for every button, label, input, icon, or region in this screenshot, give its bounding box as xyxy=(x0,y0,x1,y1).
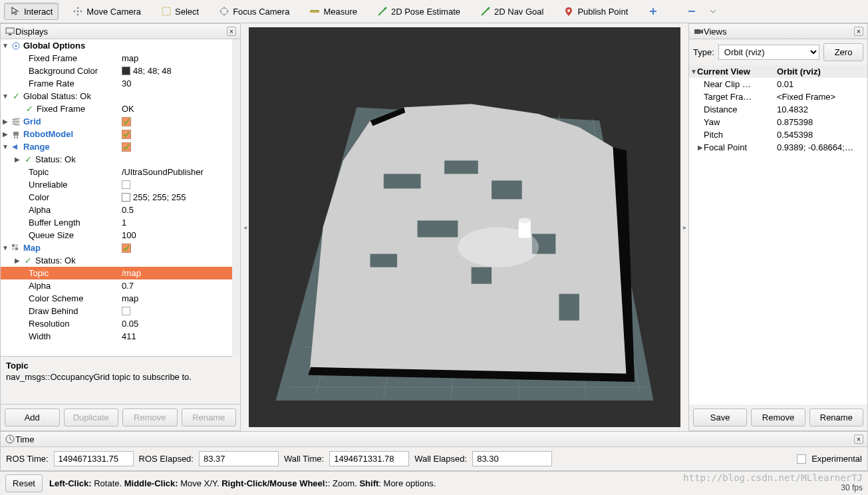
views-pitch[interactable]: Pitch 0.545398 xyxy=(689,128,867,141)
zero-button[interactable]: Zero xyxy=(823,43,863,61)
tree-row-global-status[interactable]: ▼✓Global Status: Ok xyxy=(1,90,232,102)
focus-camera-label: Focus Camera xyxy=(233,7,289,17)
minus-button[interactable] xyxy=(680,3,703,20)
unreliable-checkbox[interactable] xyxy=(122,180,130,189)
tree-row-bg-color[interactable]: ▶Background Color 48; 48; 48 xyxy=(1,65,232,77)
wall-time-field[interactable] xyxy=(329,451,409,466)
left-collapse-handle[interactable]: ◂ xyxy=(241,23,249,431)
views-rename-button[interactable]: Rename xyxy=(809,409,863,426)
map-enabled-checkbox[interactable] xyxy=(122,244,131,253)
wall-elapsed-field[interactable] xyxy=(472,451,552,466)
robotmodel-enabled-checkbox[interactable] xyxy=(122,130,131,139)
tree-row-robotmodel[interactable]: ▶RobotModel xyxy=(1,128,232,140)
grid-icon xyxy=(11,116,21,127)
ros-time-label: ROS Time: xyxy=(6,454,49,464)
tree-row-range-alpha[interactable]: ▶Alpha 0.5 xyxy=(1,204,232,216)
tree-row-range-color[interactable]: ▶Color 255; 255; 255 xyxy=(1,191,232,204)
nav-goal-button[interactable]: 2D Nav Goal xyxy=(474,3,549,20)
views-close-button[interactable]: × xyxy=(854,27,863,36)
views-remove-button[interactable]: Remove xyxy=(751,409,805,426)
tree-row-map-alpha[interactable]: ▶Alpha 0.7 xyxy=(1,279,232,292)
plus-button[interactable] xyxy=(642,3,664,20)
displays-close-button[interactable]: × xyxy=(227,27,236,36)
views-yaw[interactable]: Yaw 0.875398 xyxy=(689,116,867,128)
tree-row-range[interactable]: ▼Range xyxy=(1,140,232,153)
tree-row-range-status[interactable]: ▶✓Status: Ok xyxy=(1,153,232,166)
right-collapse-handle[interactable]: ▸ xyxy=(680,23,688,431)
range-color-swatch xyxy=(122,193,130,202)
check-icon: ✓ xyxy=(24,104,35,114)
svg-rect-12 xyxy=(12,244,15,247)
tree-row-range-topic[interactable]: ▶Topic /UltraSoundPublisher xyxy=(1,166,232,178)
camera-icon xyxy=(693,26,704,37)
tree-row-map-topic[interactable]: ▶Topic /map xyxy=(1,267,232,279)
measure-button[interactable]: Measure xyxy=(303,3,363,20)
tree-row-range-buffer[interactable]: ▶Buffer Length 1 xyxy=(1,216,232,229)
tree-row-frame-rate[interactable]: ▶Frame Rate 30 xyxy=(1,77,232,90)
focus-camera-icon xyxy=(219,6,229,17)
views-target-frame[interactable]: Target Fra… <Fixed Frame> xyxy=(689,90,867,103)
interact-label: Interact xyxy=(24,7,53,17)
ros-time-field[interactable] xyxy=(54,451,134,466)
tree-row-fixed-frame[interactable]: ▶Fixed Frame map xyxy=(1,52,232,65)
tree-row-map[interactable]: ▼Map xyxy=(1,242,232,254)
rename-button[interactable]: Rename xyxy=(182,409,237,426)
svg-rect-38 xyxy=(472,267,492,284)
remove-button[interactable]: Remove xyxy=(122,409,178,426)
grid-enabled-checkbox[interactable] xyxy=(122,117,131,126)
tree-row-map-colorscheme[interactable]: ▶Color Scheme map xyxy=(1,292,232,305)
focus-camera-button[interactable]: Focus Camera xyxy=(213,3,295,20)
drawbehind-checkbox[interactable] xyxy=(122,307,130,315)
experimental-checkbox[interactable] xyxy=(797,454,806,464)
svg-rect-9 xyxy=(13,132,19,136)
measure-label: Measure xyxy=(323,7,357,17)
pose-estimate-label: 2D Pose Estimate xyxy=(391,7,460,17)
views-distance[interactable]: Distance 10.4832 xyxy=(689,103,867,116)
views-save-button[interactable]: Save xyxy=(693,409,747,426)
views-current-view[interactable]: ▼Current View Orbit (rviz) xyxy=(689,65,867,78)
tree-row-map-resolution[interactable]: ▶Resolution 0.05 xyxy=(1,317,232,330)
move-camera-button[interactable]: Move Camera xyxy=(67,3,147,20)
nav-goal-label: 2D Nav Goal xyxy=(494,7,543,17)
add-button[interactable]: Add xyxy=(5,409,60,426)
range-enabled-checkbox[interactable] xyxy=(122,142,131,152)
views-panel: Views × Type: Orbit (rviz) Zero ▼Current… xyxy=(688,23,868,431)
3d-viewport[interactable] xyxy=(249,27,680,427)
svg-rect-11 xyxy=(17,136,18,138)
time-close-button[interactable]: × xyxy=(854,434,863,444)
tree-row-range-unreliable[interactable]: ▶Unreliable xyxy=(1,178,232,191)
tree-row-range-queue[interactable]: ▶Queue Size 100 xyxy=(1,229,232,242)
displays-scrollbar[interactable] xyxy=(232,39,240,357)
select-button[interactable]: Select xyxy=(155,3,205,20)
tree-row-gs-fixed-frame[interactable]: ✓Fixed Frame OK xyxy=(1,102,232,115)
svg-rect-5 xyxy=(6,28,14,33)
views-tree[interactable]: ▼Current View Orbit (rviz) Near Clip … 0… xyxy=(689,65,867,405)
displays-tree[interactable]: ▼Global Options ▶Fixed Frame map ▶Backgr… xyxy=(1,39,232,357)
tree-row-grid[interactable]: ▶Grid xyxy=(1,115,232,128)
publish-point-button[interactable]: Publish Point xyxy=(557,3,634,20)
views-type-select[interactable]: Orbit (rviz) xyxy=(718,45,819,60)
move-camera-label: Move Camera xyxy=(86,7,141,17)
time-panel: Time × ROS Time: ROS Elapsed: Wall Time:… xyxy=(0,431,868,471)
tree-row-map-width[interactable]: ▶Width 411 xyxy=(1,330,232,343)
interact-button[interactable]: Interact xyxy=(4,3,59,20)
views-focal-point[interactable]: ▶Focal Point 0.9389; -0.68664;… xyxy=(689,141,867,154)
check-icon: ✓ xyxy=(23,255,33,266)
tree-row-map-status[interactable]: ▶✓Status: Ok xyxy=(1,254,232,267)
svg-rect-39 xyxy=(559,294,579,321)
duplicate-button[interactable]: Duplicate xyxy=(64,409,119,426)
tree-row-map-drawbehind[interactable]: ▶Draw Behind xyxy=(1,305,232,317)
toolbar-dropdown-button[interactable] xyxy=(704,4,722,19)
pose-estimate-button[interactable]: 2D Pose Estimate xyxy=(371,3,466,20)
viewport-container: ◂ xyxy=(241,23,688,431)
reset-button[interactable]: Reset xyxy=(5,474,43,492)
views-near-clip[interactable]: Near Clip … 0.01 xyxy=(689,78,867,90)
displays-title: Displays xyxy=(15,27,227,37)
tree-row-global-options[interactable]: ▼Global Options xyxy=(1,39,232,52)
svg-rect-6 xyxy=(9,34,11,35)
wall-elapsed-label: Wall Elapsed: xyxy=(414,454,467,464)
svg-rect-1 xyxy=(162,7,170,15)
ros-elapsed-field[interactable] xyxy=(199,451,279,466)
time-header: Time × xyxy=(1,432,867,447)
select-icon xyxy=(161,6,172,17)
